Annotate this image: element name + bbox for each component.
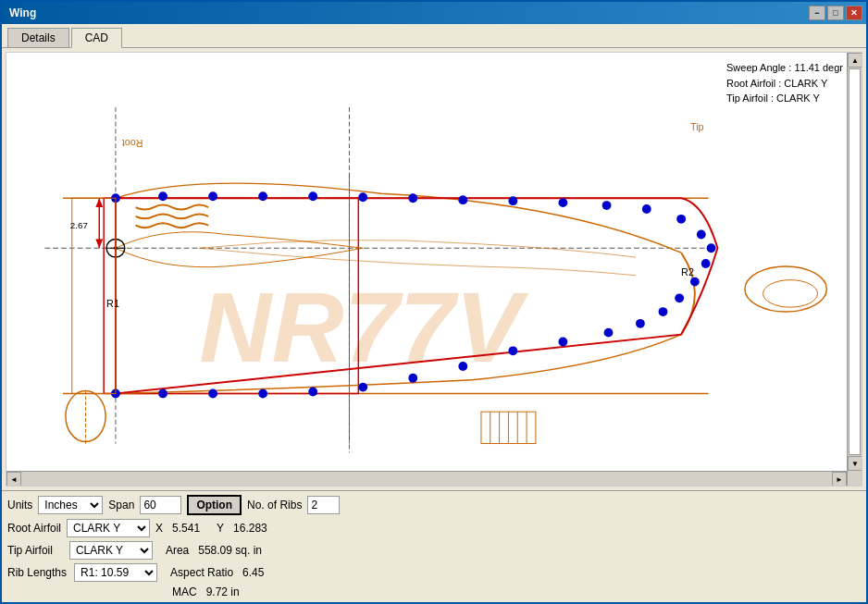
svg-point-28 [697, 230, 706, 240]
vertical-scrollbar[interactable]: ▲ ▼ [847, 53, 862, 486]
svg-text:Root: Root [122, 138, 143, 149]
scroll-down-arrow[interactable]: ▼ [848, 456, 862, 471]
tip-airfoil-select[interactable]: CLARK Y [69, 541, 153, 560]
svg-point-30 [701, 259, 711, 268]
svg-point-42 [258, 389, 267, 399]
units-select[interactable]: Inches [38, 496, 103, 514]
bottom-panel: Units Inches Span Option No. of Ribs Roo… [2, 490, 866, 602]
tip-airfoil-label: Tip Airfoil [7, 544, 53, 557]
form-row-5: MAC 9.72 in [7, 586, 861, 598]
cad-drawing[interactable]: NR77V [6, 53, 847, 471]
svg-point-27 [676, 215, 686, 224]
svg-point-40 [358, 383, 367, 392]
svg-point-41 [308, 388, 317, 397]
maximize-button[interactable]: □ [827, 6, 844, 20]
svg-point-38 [458, 362, 467, 371]
form-row-1: Units Inches Span Option No. of Ribs [7, 495, 861, 515]
svg-point-35 [604, 328, 614, 338]
window-title: Wing [9, 6, 36, 19]
rib-lengths-select[interactable]: R1: 10.59 [74, 563, 157, 582]
scroll-right-arrow[interactable]: ► [832, 472, 847, 487]
sweep-angle-text: Sweep Angle : 11.41 degr [726, 60, 843, 76]
span-input[interactable] [140, 496, 181, 514]
option-button[interactable]: Option [187, 495, 242, 515]
svg-point-23 [508, 196, 517, 205]
svg-point-20 [358, 192, 367, 202]
svg-point-18 [258, 191, 267, 201]
svg-text:R1: R1 [106, 298, 119, 309]
cad-annotations: Sweep Angle : 11.41 degr Root Airfoil : … [726, 60, 843, 106]
units-label: Units [7, 499, 32, 512]
no-of-ribs-input[interactable] [307, 496, 340, 514]
svg-point-44 [158, 389, 167, 399]
svg-text:Tip: Tip [690, 121, 704, 132]
svg-point-16 [158, 191, 167, 201]
tab-cad[interactable]: CAD [71, 28, 122, 48]
area-value: 558.09 sq. in [198, 544, 262, 557]
span-label: Span [108, 499, 134, 512]
svg-point-33 [659, 307, 668, 316]
cad-canvas-area: NR77V [6, 52, 862, 487]
svg-point-32 [675, 293, 684, 302]
rib-lengths-label: Rib Lengths [7, 566, 67, 579]
svg-point-22 [458, 195, 467, 204]
svg-point-24 [558, 198, 567, 207]
tip-airfoil-text: Tip Airfoil : CLARK Y [726, 91, 843, 106]
form-row-3: Tip Airfoil CLARK Y Area 558.09 sq. in [7, 541, 861, 560]
minimize-button[interactable]: − [809, 6, 825, 20]
svg-point-17 [208, 191, 217, 201]
title-bar: Wing − □ ✕ [2, 2, 866, 24]
main-window: Wing − □ ✕ Details CAD NR77V [0, 0, 868, 604]
svg-point-34 [636, 319, 645, 328]
tab-details[interactable]: Details [7, 28, 69, 47]
root-airfoil-label: Root Airfoil [7, 522, 61, 535]
wing-svg: NR77V [6, 53, 847, 471]
y-value: 16.283 [233, 522, 267, 535]
svg-point-25 [602, 201, 612, 210]
scroll-left-arrow[interactable]: ◄ [6, 472, 21, 487]
svg-point-31 [690, 277, 700, 287]
svg-point-39 [408, 374, 417, 383]
scroll-up-arrow[interactable]: ▲ [848, 53, 862, 68]
root-airfoil-select[interactable]: CLARK Y [67, 519, 150, 537]
mac-label: MAC [172, 586, 197, 598]
horizontal-scrollbar[interactable]: ◄ ► [6, 471, 847, 486]
no-of-ribs-label: No. of Ribs [247, 499, 302, 512]
window-controls: − □ ✕ [809, 6, 862, 20]
svg-point-26 [642, 204, 651, 214]
x-value: 5.541 [172, 522, 200, 535]
close-button[interactable]: ✕ [846, 6, 862, 20]
tab-bar: Details CAD [2, 24, 866, 48]
area-label: Area [166, 544, 189, 557]
svg-text:NR77V: NR77V [199, 271, 528, 383]
form-row-4: Rib Lengths R1: 10.59 Aspect Ratio 6.45 [7, 563, 861, 582]
svg-point-37 [508, 346, 517, 355]
form-row-2: Root Airfoil CLARK Y X 5.541 Y 16.283 [7, 519, 861, 537]
svg-point-21 [408, 193, 417, 203]
svg-point-29 [707, 243, 716, 253]
x-label: X [155, 522, 163, 535]
svg-point-36 [558, 338, 567, 347]
aspect-ratio-label: Aspect Ratio [170, 566, 233, 579]
svg-text:R2: R2 [681, 266, 694, 277]
aspect-ratio-value: 6.45 [242, 566, 264, 579]
root-airfoil-text: Root Airfoil : CLARK Y [726, 76, 843, 92]
mac-value: 9.72 in [206, 586, 240, 598]
svg-point-43 [208, 389, 217, 399]
y-label: Y [217, 522, 224, 535]
svg-text:2.67: 2.67 [70, 220, 88, 230]
svg-point-19 [308, 191, 317, 201]
